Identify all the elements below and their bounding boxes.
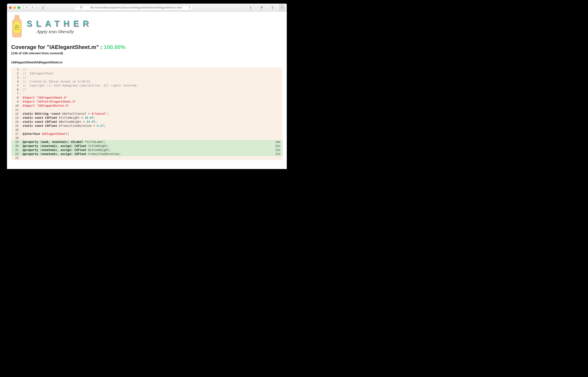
line-number: 2 [11,71,21,75]
line-source [21,156,272,160]
code-line: 17@interface IAElegantSheet() [11,132,283,136]
line-hits: 14x [272,140,283,144]
line-source: // [21,75,272,80]
slather-bottle-icon: Sun Block SPF 100 [11,15,23,38]
line-hits [272,67,283,71]
line-source [21,136,272,140]
line-source: static const CGFloat kButtonHeight = 34.… [21,120,272,124]
line-source: #import "IAElegantButton.h" [21,104,272,108]
line-number: 17 [11,132,21,136]
bottle-spf: SPF 100 [14,29,19,30]
line-hits [272,132,283,136]
zoom-window-button[interactable] [18,6,20,9]
page-content[interactable]: Sun Block SPF 100 SLATHER Apply tests li… [7,12,287,169]
titlebar: I file:///Users/ikhsan/Open%20Source/IAE… [7,4,287,12]
line-hits [272,80,283,83]
line-source: // Created by Ikhsan Assaat on 5/10/13. [21,80,272,83]
line-number: 9 [11,100,21,104]
svg-rect-0 [42,7,44,9]
nav-buttons [23,5,35,10]
line-source [21,108,272,112]
line-source: @property (nonatomic, assign) CGFloat bu… [21,148,272,152]
new-tab-button[interactable]: + [279,4,285,11]
tabs-button[interactable] [259,5,265,10]
line-source: @interface IAElegantSheet() [21,132,272,136]
line-hits [272,83,283,88]
line-source: static NSString *const kDefaultCancel = … [21,112,272,116]
line-number: 6 [11,88,21,92]
share-button[interactable] [248,5,254,10]
code-line: 16 [11,128,283,132]
line-source: // [21,88,272,92]
code-line: 21@property (nonatomic, assign) CGFloat … [11,148,283,152]
line-source: // [21,67,272,71]
line-hits [272,100,283,104]
code-line: 11 [11,108,283,112]
line-number: 16 [11,128,21,132]
line-hits [272,116,283,120]
line-source: // IAElegantSheet [21,71,272,75]
line-number: 22 [11,152,21,156]
line-number: 11 [11,108,21,112]
reader-mode-icon[interactable]: I [76,6,77,9]
url-text: file:///Users/ikhsan/Open%20Source/IAEle… [85,6,187,9]
line-hits [272,104,283,108]
coverage-percent: 100.00% [104,44,126,50]
line-hits [272,108,283,112]
line-source: #import "UIFont+ElegantSheet.h" [21,100,272,104]
code-line: 20@property (nonatomic, assign) CGFloat … [11,144,283,148]
code-line: 23 [11,156,283,160]
line-hits: 22x [272,144,283,148]
close-window-button[interactable] [9,6,12,9]
line-source: @property (nonatomic, assign) CGFloat tr… [21,152,272,156]
line-number: 3 [11,75,21,80]
line-source: @property (nonatomic, assign) CGFloat ti… [21,144,272,148]
code-line: 8#import "IAElegantSheet.h" [11,96,283,100]
line-hits: 15x [272,148,283,152]
code-line: 6// [11,88,283,92]
minimize-window-button[interactable] [13,6,16,9]
line-hits [272,128,283,132]
bottle-label-line2: Block [15,26,19,28]
line-number: 4 [11,80,21,83]
line-number: 10 [11,104,21,108]
line-number: 20 [11,144,21,148]
line-number: 21 [11,148,21,152]
coverage-title-prefix: Coverage for "IAElegantSheet.m" : [11,44,104,50]
svg-rect-5 [261,7,262,9]
code-line: 9#import "UIFont+ElegantSheet.h" [11,100,283,104]
line-number: 8 [11,96,21,100]
code-line: 2// IAElegantSheet [11,71,283,75]
forward-button[interactable] [29,5,35,10]
brand-block: SLATHER Apply tests liberally [26,19,93,34]
line-number: 15 [11,124,21,128]
svg-line-3 [81,6,82,8]
browser-window: I file:///Users/ikhsan/Open%20Source/IAE… [7,4,287,169]
code-line: 14static const CGFloat kButtonHeight = 3… [11,120,283,124]
sidebar-toggle-button[interactable] [40,5,46,10]
code-line: 12static NSString *const kDefaultCancel … [11,112,283,116]
code-block: 1//2// IAElegantSheet3//4// Created by I… [11,67,283,160]
line-source: static const CGFloat kTitleHeight = 40.0… [21,116,272,120]
back-button[interactable] [23,5,29,10]
reload-icon[interactable] [188,6,191,10]
line-hits [272,120,283,124]
line-number: 14 [11,120,21,124]
line-number: 23 [11,156,21,160]
line-hits [272,112,283,116]
permissions-icon[interactable] [80,6,82,9]
brand-name: SLATHER [26,19,93,28]
line-number: 18 [11,136,21,140]
code-line: 1// [11,67,283,71]
downloads-button[interactable] [270,5,276,10]
address-bar[interactable]: I file:///Users/ikhsan/Open%20Source/IAE… [74,5,193,10]
line-number: 7 [11,92,21,96]
line-source: #import "IAElegantSheet.h" [21,96,272,100]
window-controls [9,6,20,9]
line-hits [272,136,283,140]
toolbar-right [248,5,276,10]
code-line: 15static const CGFloat kTransitionDurati… [11,124,283,128]
line-source [21,92,272,96]
svg-rect-6 [261,7,263,8]
line-source: // Copyright (c) 2013 Homegrown Laborato… [21,83,272,88]
